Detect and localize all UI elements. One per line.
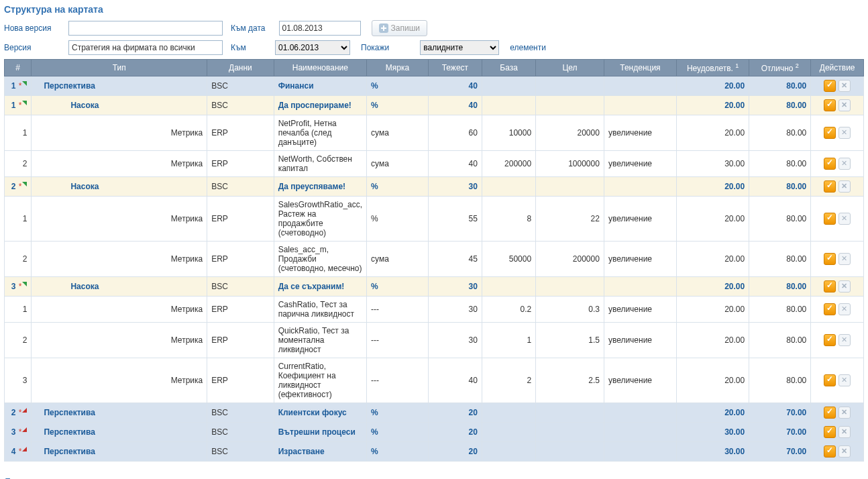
- plus-icon: [379, 23, 388, 33]
- row-name-link[interactable]: Да се съхраним!: [278, 282, 345, 291]
- cell-target: 1000000: [536, 151, 604, 177]
- edit-button[interactable]: [824, 303, 836, 315]
- row-name-link[interactable]: Клиентски фокус: [278, 408, 347, 417]
- cell-action: [811, 423, 864, 442]
- delete-button[interactable]: [838, 127, 851, 139]
- row-name-link[interactable]: Да просперираме!: [278, 101, 351, 110]
- cell-name: Да преуспяваме!: [274, 177, 366, 197]
- cell-target: 200000: [536, 242, 604, 277]
- elements-select[interactable]: валидните: [420, 40, 499, 55]
- delete-button[interactable]: [838, 445, 851, 458]
- expand-toggle[interactable]: [22, 182, 27, 187]
- cell-unsat: 30.00: [677, 151, 749, 177]
- expand-toggle[interactable]: [22, 282, 27, 286]
- cell-data: BSC: [207, 277, 274, 297]
- delete-button[interactable]: [838, 280, 851, 292]
- delete-button[interactable]: [838, 213, 851, 225]
- new-version-input[interactable]: [68, 21, 223, 36]
- legend-title: Легенда _: [4, 476, 864, 479]
- row-name-link[interactable]: Да преуспяваме!: [278, 182, 345, 191]
- col-data: Данни: [207, 60, 274, 76]
- version-input[interactable]: [68, 40, 223, 55]
- cell-trend: увеличение: [604, 197, 676, 242]
- edit-button[interactable]: [824, 407, 836, 419]
- cell-weight: 45: [428, 242, 482, 277]
- edit-button[interactable]: [824, 80, 836, 92]
- cell-base: 8: [482, 197, 535, 242]
- to-select[interactable]: 01.06.2013: [275, 40, 350, 55]
- cell-name: CurrentRatio, Коефициент на ликвидност (…: [274, 358, 366, 403]
- cell-data: ERP: [207, 242, 274, 277]
- cell-unsat: 20.00: [677, 115, 749, 151]
- delete-button[interactable]: [838, 303, 851, 315]
- delete-button[interactable]: [838, 253, 851, 265]
- cell-weight: 55: [428, 197, 482, 242]
- edit-button[interactable]: [824, 158, 836, 170]
- star-icon: *: [19, 182, 22, 191]
- cell-base: [482, 423, 535, 442]
- cell-excel: 80.00: [749, 115, 811, 151]
- col-unit: Мярка: [367, 60, 429, 76]
- cell-name: NetProfit, Нетна печалба (след данъците): [274, 115, 366, 151]
- expand-toggle[interactable]: [22, 81, 27, 86]
- delete-button[interactable]: [838, 158, 851, 170]
- edit-button[interactable]: [824, 334, 836, 346]
- to-date-input[interactable]: [279, 21, 361, 36]
- delete-button[interactable]: [838, 80, 851, 92]
- cell-num: 2: [5, 151, 32, 177]
- row-name-link[interactable]: Израстване: [278, 447, 325, 456]
- cell-trend: увеличение: [604, 115, 676, 151]
- cell-type: Метрика: [32, 151, 207, 177]
- delete-button[interactable]: [838, 426, 851, 438]
- edit-button[interactable]: [824, 445, 836, 458]
- col-name: Наименование: [274, 60, 366, 76]
- expand-toggle[interactable]: [22, 408, 27, 413]
- cell-weight: 20: [428, 442, 482, 462]
- row-name-link[interactable]: Финанси: [278, 81, 314, 91]
- cell-unsat: 30.00: [677, 442, 749, 462]
- cell-data: BSC: [207, 442, 274, 462]
- cell-excel: 70.00: [749, 442, 811, 462]
- edit-button[interactable]: [824, 127, 836, 139]
- cell-action: [811, 96, 864, 115]
- edit-button[interactable]: [824, 280, 836, 292]
- cell-data: ERP: [207, 323, 274, 358]
- cell-num: 3 *: [5, 423, 32, 442]
- table-row: 1 *ПерспективаBSCФинанси%4020.0080.00: [5, 76, 864, 96]
- cell-name: Клиентски фокус: [274, 403, 366, 423]
- delete-button[interactable]: [838, 407, 851, 419]
- cell-action: [811, 442, 864, 462]
- delete-button[interactable]: [838, 99, 851, 111]
- expand-toggle[interactable]: [22, 101, 27, 105]
- edit-button[interactable]: [824, 374, 836, 386]
- col-num: #: [5, 60, 32, 76]
- edit-button[interactable]: [824, 99, 836, 111]
- delete-button[interactable]: [838, 180, 851, 193]
- cell-data: BSC: [207, 177, 274, 197]
- cell-data: ERP: [207, 197, 274, 242]
- cell-target: [536, 76, 604, 96]
- col-unsat: Неудовлетв. 1: [677, 60, 749, 76]
- expand-toggle[interactable]: [22, 447, 27, 451]
- cell-unsat: 20.00: [677, 242, 749, 277]
- delete-button[interactable]: [838, 374, 851, 386]
- cell-action: [811, 403, 864, 423]
- row-name-link[interactable]: Вътрешни процеси: [278, 427, 356, 437]
- table-row: 2МетрикаERPSales_acc_m, Продажби (счетов…: [5, 242, 864, 277]
- cell-unit: сума: [367, 242, 429, 277]
- edit-button[interactable]: [824, 426, 836, 438]
- edit-button[interactable]: [824, 253, 836, 265]
- legend-dash: _: [44, 476, 50, 479]
- expand-toggle[interactable]: [22, 427, 27, 432]
- cell-type: Метрика: [32, 115, 207, 151]
- save-button[interactable]: Запиши: [372, 20, 427, 36]
- cell-num: 2: [5, 323, 32, 358]
- cell-action: [811, 115, 864, 151]
- edit-button[interactable]: [824, 180, 836, 193]
- cell-type: Метрика: [32, 358, 207, 403]
- cell-excel: 80.00: [749, 197, 811, 242]
- col-excel: Отлично 2: [749, 60, 811, 76]
- delete-button[interactable]: [838, 334, 851, 346]
- edit-button[interactable]: [824, 213, 836, 225]
- cell-base: [482, 76, 535, 96]
